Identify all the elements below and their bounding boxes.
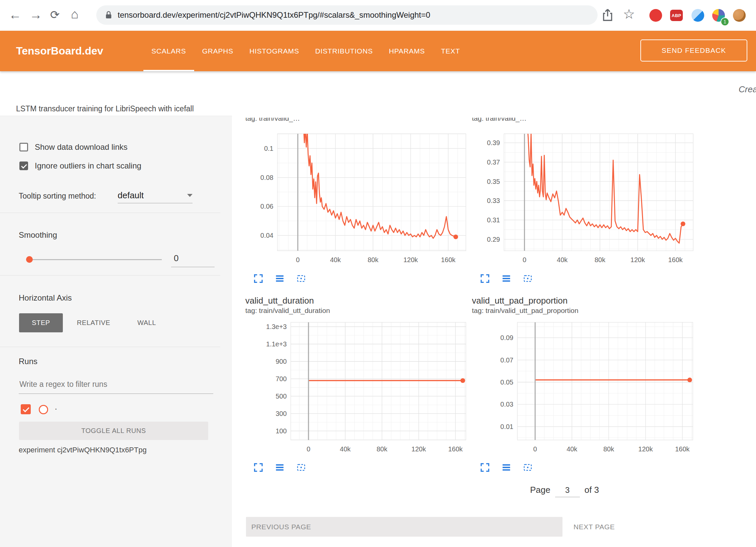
- svg-text:0.39: 0.39: [487, 139, 500, 146]
- lock-icon: [105, 11, 112, 19]
- page-label: Page: [530, 485, 550, 495]
- data-table-icon[interactable]: [501, 462, 511, 472]
- fit-to-frame-icon[interactable]: [296, 274, 306, 284]
- svg-text:100: 100: [276, 427, 287, 435]
- svg-text:120k: 120k: [403, 256, 418, 263]
- horizontal-axis-label: Horizontal Axis: [19, 293, 72, 303]
- axis-step-button[interactable]: STEP: [19, 313, 63, 332]
- svg-text:0.09: 0.09: [500, 334, 513, 341]
- svg-text:300: 300: [276, 410, 287, 417]
- tooltip-sorting-dropdown[interactable]: default: [118, 188, 193, 203]
- svg-text:0: 0: [296, 256, 299, 263]
- tab-hparams[interactable]: HPARAMS: [381, 31, 433, 71]
- chart-tag: tag: train/valid_utt_duration: [245, 307, 330, 315]
- chart-title: valid_utt_duration: [245, 296, 314, 306]
- chart-bottom-left[interactable]: 1003005007009001.1e+31.3e+3040k80k120k16…: [245, 316, 473, 454]
- data-table-icon[interactable]: [501, 274, 511, 284]
- svg-text:0.07: 0.07: [500, 356, 513, 364]
- settings-sidebar: Show data download links Ignore outliers…: [0, 116, 232, 547]
- send-feedback-button[interactable]: SEND FEEDBACK: [640, 39, 747, 62]
- svg-text:700: 700: [276, 375, 287, 382]
- svg-text:0.08: 0.08: [260, 174, 273, 181]
- extension-abp-icon[interactable]: ABP: [670, 10, 683, 21]
- expand-icon[interactable]: [253, 462, 263, 472]
- experiment-id-label: experiment cj2vtPiwQHKN9Q1tx6PTpg: [19, 446, 147, 454]
- clipped-chart-tag: tag: train/valid_…: [472, 118, 659, 123]
- data-table-icon[interactable]: [275, 274, 285, 284]
- data-table-icon[interactable]: [275, 462, 285, 472]
- show-download-links-label: Show data download links: [35, 142, 128, 152]
- tooltip-sorting-value: default: [118, 190, 144, 201]
- svg-text:500: 500: [276, 393, 287, 400]
- tab-distributions[interactable]: DISTRIBUTIONS: [307, 31, 381, 71]
- expand-icon[interactable]: [253, 274, 263, 284]
- cookie-icon[interactable]: [733, 9, 746, 22]
- reload-icon[interactable]: ⟳: [50, 8, 60, 21]
- svg-text:0.33: 0.33: [487, 197, 500, 204]
- divider: [0, 275, 220, 276]
- ignore-outliers-label: Ignore outliers in chart scaling: [35, 161, 141, 171]
- show-download-links-checkbox[interactable]: [19, 143, 28, 151]
- axis-relative-button[interactable]: RELATIVE: [67, 313, 120, 332]
- svg-text:40k: 40k: [557, 256, 568, 263]
- clipped-chart-tag: tag: train/valid_…: [245, 118, 432, 123]
- toggle-all-runs-button[interactable]: TOGGLE ALL RUNS: [19, 422, 208, 440]
- next-page-button[interactable]: NEXT PAGE: [568, 517, 620, 537]
- fit-to-frame-icon[interactable]: [523, 462, 533, 472]
- expand-icon[interactable]: [480, 274, 490, 284]
- chart-toolbar: [253, 274, 306, 284]
- tab-text[interactable]: TEXT: [433, 31, 468, 71]
- run-color-swatch: [39, 405, 48, 414]
- url-text: tensorboard.dev/experiment/cj2vtPiwQHKN9…: [118, 10, 430, 20]
- chart-bottom-right[interactable]: 0.010.030.050.070.09040k80k120k160k: [472, 316, 699, 454]
- svg-text:160k: 160k: [448, 445, 463, 453]
- fit-to-frame-icon[interactable]: [296, 462, 306, 472]
- brand-title: TensorBoard.dev: [16, 31, 103, 71]
- url-bar[interactable]: tensorboard.dev/experiment/cj2vtPiwQHKN9…: [96, 5, 598, 25]
- svg-text:0.05: 0.05: [500, 378, 513, 386]
- axis-wall-button[interactable]: WALL: [125, 313, 168, 332]
- tab-histograms[interactable]: HISTOGRAMS: [241, 31, 307, 71]
- extension-notification-badge: 1: [721, 17, 729, 26]
- show-download-links-row[interactable]: Show data download links: [19, 142, 128, 152]
- tab-scalars[interactable]: SCALARS: [143, 31, 194, 71]
- svg-text:1.3e+3: 1.3e+3: [266, 323, 287, 330]
- smoothing-slider[interactable]: [26, 256, 162, 263]
- chart-top-right[interactable]: 0.290.310.330.350.370.39040k80k120k160k: [472, 127, 699, 265]
- ignore-outliers-row[interactable]: Ignore outliers in chart scaling: [19, 161, 141, 171]
- runs-label: Runs: [19, 357, 37, 366]
- page-number-input[interactable]: [555, 485, 580, 497]
- ignore-outliers-checkbox[interactable]: [19, 161, 28, 170]
- chart-toolbar: [480, 274, 533, 284]
- home-icon[interactable]: ⌂: [71, 7, 79, 21]
- back-icon[interactable]: ←: [9, 8, 21, 21]
- run-checkbox[interactable]: [21, 404, 31, 414]
- svg-text:80k: 80k: [377, 445, 388, 453]
- svg-text:0: 0: [533, 445, 537, 453]
- page-of-label: of 3: [585, 485, 599, 495]
- svg-text:0.1: 0.1: [264, 145, 273, 152]
- svg-text:120k: 120k: [630, 256, 645, 263]
- divider: [0, 213, 220, 213]
- tab-graphs[interactable]: GRAPHS: [194, 31, 242, 71]
- svg-text:160k: 160k: [668, 256, 683, 263]
- chart-top-left[interactable]: 0.040.060.080.1040k80k120k160k: [245, 127, 473, 265]
- runs-filter-input[interactable]: [19, 375, 213, 394]
- truncated-right-text: Crea: [739, 84, 756, 95]
- svg-text:0.35: 0.35: [487, 178, 500, 185]
- previous-page-button[interactable]: PREVIOUS PAGE: [246, 517, 562, 537]
- bookmark-star-icon[interactable]: ☆: [623, 7, 635, 21]
- share-icon[interactable]: [602, 8, 614, 22]
- svg-text:40k: 40k: [566, 445, 578, 453]
- extension-blue-icon[interactable]: [691, 9, 704, 22]
- fit-to-frame-icon[interactable]: [523, 274, 533, 284]
- slider-thumb[interactable]: [26, 256, 33, 263]
- expand-icon[interactable]: [480, 462, 490, 472]
- extension-adblock-icon[interactable]: [649, 9, 662, 22]
- svg-text:160k: 160k: [441, 256, 456, 263]
- svg-text:80k: 80k: [595, 256, 606, 263]
- smoothing-value-input[interactable]: [171, 251, 215, 267]
- forward-icon[interactable]: →: [29, 8, 42, 21]
- svg-text:80k: 80k: [603, 445, 614, 453]
- svg-text:0.03: 0.03: [500, 401, 513, 408]
